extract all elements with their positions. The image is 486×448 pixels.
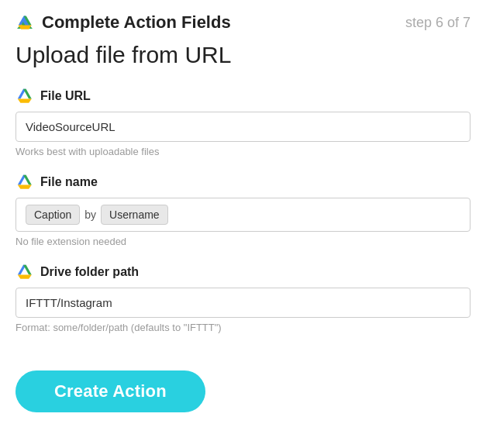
page-title: Upload file from URL (16, 42, 470, 68)
step-info: step 6 of 7 (405, 15, 470, 31)
token-username[interactable]: Username (101, 205, 168, 225)
drive-icon-file-url (16, 87, 34, 105)
token-caption[interactable]: Caption (26, 205, 80, 225)
drive-folder-section: Drive folder path Format: some/folder/pa… (16, 263, 470, 333)
drive-folder-label-text: Drive folder path (40, 265, 139, 279)
header-title: Complete Action Fields (42, 12, 231, 33)
file-name-hint: No file extension needed (16, 236, 470, 247)
drive-icon (16, 13, 34, 32)
drive-icon-folder (16, 263, 34, 281)
drive-folder-label: Drive folder path (16, 263, 470, 281)
drive-icon-file-name (16, 173, 34, 191)
drive-folder-input[interactable] (16, 288, 470, 318)
drive-folder-hint: Format: some/folder/path (defaults to "I… (16, 322, 470, 333)
file-name-label-text: File name (40, 175, 98, 189)
token-separator-by: by (84, 208, 96, 221)
file-url-section: File URL Works best with uploadable file… (16, 87, 470, 157)
file-url-input[interactable] (16, 112, 470, 142)
create-action-button[interactable]: Create Action (16, 370, 205, 412)
file-url-label-text: File URL (40, 89, 91, 103)
file-url-hint: Works best with uploadable files (16, 146, 470, 157)
file-name-section: File name Caption by Username No file ex… (16, 173, 470, 247)
header-left: Complete Action Fields (16, 12, 231, 33)
file-name-label: File name (16, 173, 470, 191)
file-url-label: File URL (16, 87, 470, 105)
header: Complete Action Fields step 6 of 7 (16, 12, 470, 33)
file-name-token-container: Caption by Username (16, 198, 470, 232)
